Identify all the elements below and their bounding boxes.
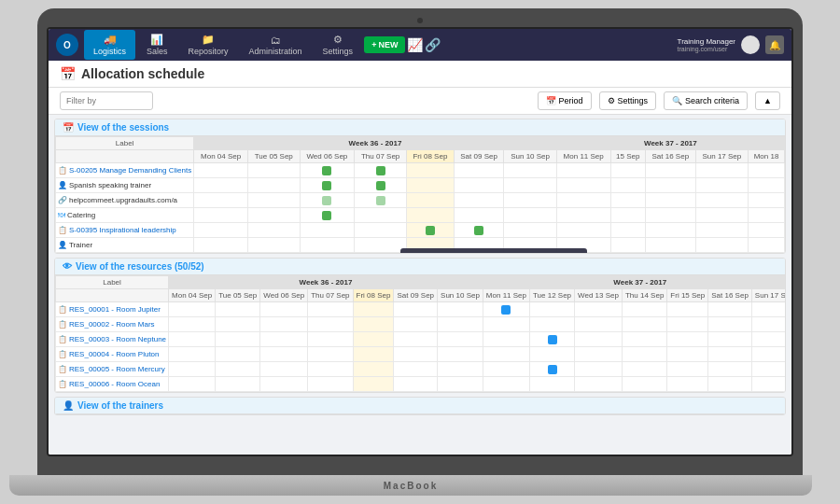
filter-input[interactable] [60,91,153,110]
calendar-icon: 📅 [60,66,76,81]
laptop-screen: O 🚚 Logistics 📊 Sales 📁 Repository 🗂 Adm… [47,27,793,456]
repository-icon: 📁 [202,34,215,46]
avatar[interactable] [741,35,760,54]
session-label-3: 🍽Catering [56,208,194,223]
day-header-sat16: Sat 16 Sep [645,150,695,163]
toolbar: 📅 Period ⚙ Settings 🔍 Search criteria ▲ [49,88,791,115]
resource-row-2: 📋RES_00003 - Room Neptune [56,332,786,347]
sessions-icon: 📅 [63,122,74,133]
trainers-icon: 👤 [63,400,74,411]
search-icon: 🔍 [672,96,682,105]
resource-label-3: 📋RES_00004 - Room Pluton [56,347,169,362]
rday-tue12: Tue 12 Sep [530,289,575,302]
rday-mon11: Mon 11 Sep [483,289,529,302]
settings-icon: ⚙ [333,34,343,46]
rday-fri08: Fri 08 Sep [353,289,394,302]
sales-icon: 📊 [150,34,163,46]
session-label-5: 👤Trainer [56,238,194,253]
period-icon: 📅 [546,96,556,105]
rday-sun17: Sun 17 Sep [751,289,785,302]
laptop-base: MacBook [9,475,812,496]
resource-label-4: 📋RES_00005 - Room Mercury [56,362,169,377]
rday-fri15: Fri 15 Sep [667,289,708,302]
day-header-fri08: Fri 08 Sep [407,150,455,163]
rday-thu07: Thu 07 Sep [308,289,353,302]
resource-row-3: 📋RES_00004 - Room Pluton [56,347,786,362]
trainers-section: 👤 View of the trainers [54,397,786,415]
settings-button[interactable]: ⚙ Settings [599,91,657,110]
session-row-2: 🔗helpcommeet.upgradaults.com/a [56,193,785,208]
rday-wed06: Wed 06 Sep [260,289,308,302]
nav-item-sales[interactable]: 📊 Sales [137,30,177,60]
day-header-sun10: Sun 10 Sep [504,150,556,163]
rday-thu14: Thu 14 Sep [622,289,666,302]
day-header-mon18: Mon 18 [749,150,785,163]
res-empty-header [56,289,169,302]
resource-row-4: 📋RES_00005 - Room Mercury [56,362,786,377]
empty-header [56,150,194,163]
session-label-1: 👤Spanish speaking trainer [56,178,194,193]
rday-wed13: Wed 13 Sep [575,289,623,302]
app-logo[interactable]: O [56,34,78,56]
day-header-mon04: Mon 04 Sep [194,150,248,163]
new-button[interactable]: + NEW [364,36,405,53]
day-header-sep15: 15 Sep [610,150,645,163]
period-button[interactable]: 📅 Period [538,91,592,110]
session-row-0: 📋S-00205 Manage Demanding Clients [56,163,785,178]
nav-item-repository[interactable]: 📁 Repository [179,30,238,60]
day-header-sun17: Sun 17 Sep [695,150,748,163]
resources-content: Label Week 36 - 2017 Week 37 - 2017 Mon … [55,275,785,392]
search-criteria-button[interactable]: 🔍 Search criteria [664,91,748,110]
session-label-2: 🔗helpcommeet.upgradaults.com/a [56,193,194,208]
rday-sun10: Sun 10 Sep [438,289,483,302]
day-header-mon11: Mon 11 Sep [556,150,610,163]
resource-label-2: 📋RES_00003 - Room Neptune [56,332,169,347]
label-header: Label [56,137,194,150]
resource-label-0: 📋RES_00001 - Room Jupiter [56,302,169,317]
chart-icon[interactable]: 📈 [407,37,423,52]
page-title: Allocation schedule [81,66,204,81]
res-week37-header: Week 37 - 2017 [483,276,785,289]
session-tooltip: S-80395 - Inspirational leadership Timin… [400,248,587,253]
rday-sat16: Sat 16 Sep [708,289,752,302]
resource-label-5: 📋RES_00006 - Room Ocean [56,377,169,392]
day-header-thu07: Thu 07 Sep [355,150,407,163]
resources-table: Label Week 36 - 2017 Week 37 - 2017 Mon … [55,275,785,392]
resources-header: 👁 View of the resources (50/52) [55,259,785,275]
day-header-sat09: Sat 09 Sep [454,150,504,163]
laptop-body: O 🚚 Logistics 📊 Sales 📁 Repository 🗂 Adm… [37,8,803,475]
session-row-4: 📋S-00395 Inspirational leadership [56,223,785,238]
resources-section: 👁 View of the resources (50/52) Label We… [54,258,786,393]
administration-icon: 🗂 [271,35,281,46]
trainers-header: 👤 View of the trainers [55,398,785,414]
week36-header: Week 36 - 2017 [194,137,557,150]
rday-tue05: Tue 05 Sep [216,289,260,302]
page-header: 📅 Allocation schedule [49,61,791,88]
resource-row-0: 📋RES_00001 - Room Jupiter [56,302,786,317]
session-label-0: 📋S-00205 Manage Demanding Clients [56,163,194,178]
gear-icon: ⚙ [608,96,615,105]
rday-mon04: Mon 04 Sep [169,289,216,302]
session-label-4: 📋S-00395 Inspirational leadership [56,223,194,238]
user-sub: training.com/user [678,46,735,52]
resource-label-1: 📋RES_00002 - Room Mars [56,317,169,332]
day-header-wed06: Wed 06 Sep [300,150,355,163]
rday-sat09: Sat 09 Sep [394,289,438,302]
sessions-section: 📅 View of the sessions Label Week 36 - 2… [54,119,786,254]
sessions-table: Label Week 36 - 2017 Week 37 - 2017 Mon … [55,136,785,253]
resource-row-5: 📋RES_00006 - Room Ocean [56,377,786,392]
sessions-content: Label Week 36 - 2017 Week 37 - 2017 Mon … [55,136,785,253]
resource-row-1: 📋RES_00002 - Room Mars [56,317,786,332]
nav-item-logistics[interactable]: 🚚 Logistics [84,30,135,60]
resources-icon: 👁 [63,261,72,272]
nav-item-administration[interactable]: 🗂 Administration [240,31,312,60]
logistics-icon: 🚚 [104,34,117,46]
link-icon[interactable]: 🔗 [425,37,441,52]
session-row-3: 🍽Catering [56,208,785,223]
res-week36-header: Week 36 - 2017 [169,276,483,289]
main-content: 📅 Allocation schedule 📅 Period ⚙ Setting… [49,61,791,456]
nav-item-settings[interactable]: ⚙ Settings [314,30,363,60]
collapse-button[interactable]: ▲ [755,91,780,110]
notifications-icon[interactable]: 🔔 [765,35,784,54]
user-info: Training Manager training.com/user 🔔 [678,35,784,54]
